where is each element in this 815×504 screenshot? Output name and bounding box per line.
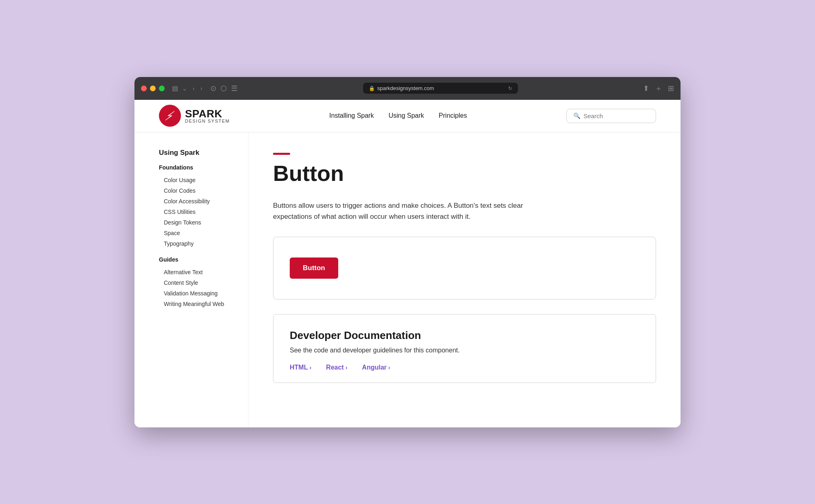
page-accent-bar <box>273 153 290 155</box>
nav-chevron-icon: ⌄ <box>181 84 189 92</box>
sidebar-group-foundations: Foundations <box>159 164 236 171</box>
sidebar-group-guides: Guides <box>159 256 236 263</box>
sidebar-item-validation-messaging[interactable]: Validation Messaging <box>159 288 236 299</box>
nav-principles[interactable]: Principles <box>439 112 467 119</box>
new-tab-icon[interactable]: ＋ <box>655 84 662 93</box>
site-header: SPARK DESIGN SYSTEM Installing Spark Usi… <box>134 100 681 132</box>
sidebar-item-design-tokens[interactable]: Design Tokens <box>159 217 236 228</box>
dev-doc-links: HTML › React › Angular › <box>290 364 639 371</box>
sidebar-item-css-utilities[interactable]: CSS Utilities <box>159 207 236 217</box>
dev-doc-link-react[interactable]: React › <box>326 364 347 371</box>
minimize-button[interactable] <box>150 86 156 91</box>
back-icon[interactable]: ‹ <box>191 84 196 92</box>
browser-controls: ⊙ ⬡ ☰ <box>210 84 238 93</box>
forward-icon[interactable]: › <box>199 84 204 92</box>
onepassword-icon[interactable]: ⊙ <box>210 84 216 93</box>
browser-actions: ⬆ ＋ ⊞ <box>643 84 674 93</box>
maximize-button[interactable] <box>159 86 165 91</box>
shield-icon[interactable]: ⬡ <box>220 84 227 93</box>
dev-doc-card: Developer Documentation See the code and… <box>273 314 656 383</box>
tab-overview-icon[interactable]: ⊞ <box>668 84 674 93</box>
sidebar-item-space[interactable]: Space <box>159 228 236 238</box>
demo-button[interactable]: Button <box>290 258 338 279</box>
dev-doc-description: See the code and developer guidelines fo… <box>290 347 639 354</box>
lock-icon: 🔒 <box>369 86 375 91</box>
sidebar-item-typography[interactable]: Typography <box>159 238 236 249</box>
sidebar-item-color-usage[interactable]: Color Usage <box>159 175 236 185</box>
share-icon[interactable]: ⬆ <box>643 84 649 93</box>
react-link-arrow: › <box>346 364 348 371</box>
sidebar-item-color-codes[interactable]: Color Codes <box>159 185 236 196</box>
nav-using-spark[interactable]: Using Spark <box>388 112 424 119</box>
sidebar-toggle-icon[interactable]: ▤ <box>172 84 178 92</box>
browser-chrome: ▤ ⌄ ‹ › ⊙ ⬡ ☰ 🔒 sparkdesignsystem.com ↻ … <box>134 77 681 100</box>
search-input[interactable] <box>584 112 661 119</box>
search-box[interactable]: 🔍 <box>566 109 656 123</box>
reload-icon[interactable]: ↻ <box>508 86 512 91</box>
address-bar[interactable]: 🔒 sparkdesignsystem.com ↻ <box>363 83 518 94</box>
page-content: SPARK DESIGN SYSTEM Installing Spark Usi… <box>134 100 681 427</box>
search-icon: 🔍 <box>573 112 580 119</box>
close-button[interactable] <box>141 86 147 91</box>
logo-spark-label: SPARK <box>185 108 230 119</box>
reader-icon[interactable]: ☰ <box>231 84 238 93</box>
browser-nav-icons: ▤ ⌄ ‹ › <box>172 84 204 92</box>
html-link-arrow: › <box>309 364 311 371</box>
sidebar: Using Spark Foundations Color Usage Colo… <box>134 132 249 427</box>
sidebar-item-alternative-text[interactable]: Alternative Text <box>159 267 236 277</box>
sidebar-item-writing-meaningful-web[interactable]: Writing Meaningful Web <box>159 299 236 309</box>
logo-subtitle-label: DESIGN SYSTEM <box>185 119 230 123</box>
main-layout: Using Spark Foundations Color Usage Colo… <box>134 132 681 427</box>
browser-window: ▤ ⌄ ‹ › ⊙ ⬡ ☰ 🔒 sparkdesignsystem.com ↻ … <box>134 77 681 427</box>
main-content: Button Buttons allow users to trigger ac… <box>249 132 681 427</box>
sidebar-section-title: Using Spark <box>159 149 236 157</box>
angular-link-arrow: › <box>388 364 390 371</box>
dev-doc-link-html[interactable]: HTML › <box>290 364 311 371</box>
logo-text: SPARK DESIGN SYSTEM <box>185 108 230 123</box>
dev-doc-title: Developer Documentation <box>290 329 639 342</box>
dev-doc-link-angular[interactable]: Angular › <box>362 364 390 371</box>
demo-box: Button <box>273 237 656 299</box>
url-text: sparkdesignsystem.com <box>377 85 434 91</box>
page-title: Button <box>273 161 656 185</box>
logo-area: SPARK DESIGN SYSTEM <box>159 105 230 127</box>
sidebar-item-content-style[interactable]: Content Style <box>159 277 236 288</box>
nav-links: Installing Spark Using Spark Principles <box>329 112 467 119</box>
spark-logo-icon <box>159 105 181 127</box>
traffic-lights <box>141 86 165 91</box>
address-bar-container: 🔒 sparkdesignsystem.com ↻ <box>242 83 638 94</box>
nav-installing-spark[interactable]: Installing Spark <box>329 112 374 119</box>
page-description: Buttons allow users to trigger actions a… <box>273 200 534 222</box>
sidebar-item-color-accessibility[interactable]: Color Accessibility <box>159 196 236 207</box>
